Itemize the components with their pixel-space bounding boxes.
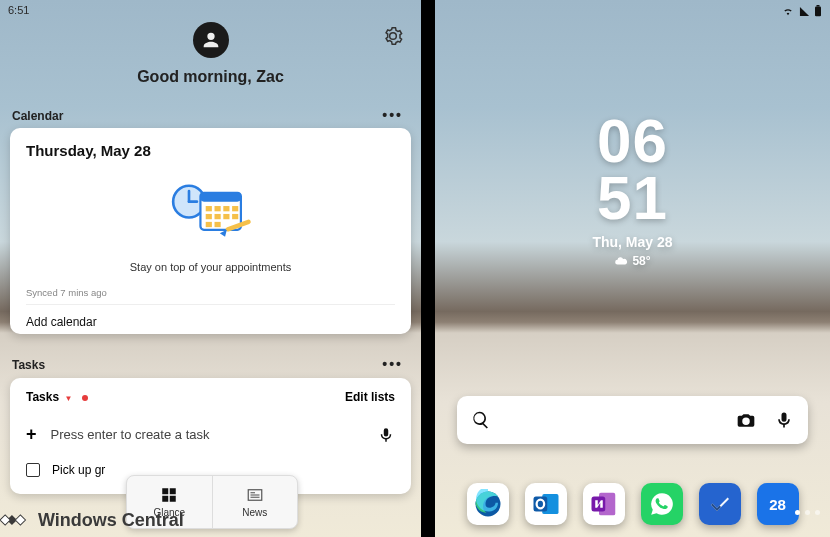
calendar-illustration — [167, 177, 255, 247]
wifi-icon — [781, 6, 795, 17]
page-dot-2 — [805, 510, 810, 515]
tasks-list-selector[interactable]: Tasks ▼ — [26, 390, 88, 404]
app-whatsapp[interactable] — [641, 483, 683, 525]
svg-rect-5 — [205, 206, 211, 211]
watermark-logo-icon — [0, 509, 34, 531]
tasks-section-title: Tasks — [12, 358, 45, 372]
chevron-down-icon: ▼ — [64, 394, 72, 403]
search-bar[interactable] — [457, 396, 808, 444]
status-bar-time: 6:51 — [8, 4, 29, 16]
tasks-list-name: Tasks — [26, 390, 59, 404]
weather-temp: 58° — [632, 254, 650, 268]
tasks-more-button[interactable]: ••• — [382, 356, 403, 372]
left-screen: 6:51 Good morning, Zac Calendar ••• Thur… — [0, 0, 421, 537]
add-calendar-button[interactable]: Add calendar — [26, 305, 395, 337]
watermark-text: Windows Central — [38, 510, 184, 531]
svg-rect-18 — [170, 488, 176, 494]
glance-icon — [160, 486, 178, 504]
page-dot-3 — [815, 510, 820, 515]
svg-rect-12 — [232, 214, 238, 219]
page-indicator[interactable] — [795, 510, 820, 515]
nav-news-label: News — [242, 507, 267, 518]
task-input[interactable]: Press enter to create a task — [51, 427, 363, 442]
calendar-message: Stay on top of your appointments — [26, 261, 395, 273]
watermark: Windows Central — [0, 509, 184, 531]
svg-rect-19 — [163, 496, 169, 502]
calendar-sync-status: Synced 7 mins ago — [26, 287, 395, 305]
feed-header: Good morning, Zac — [0, 22, 421, 86]
svg-rect-4 — [200, 193, 240, 202]
svg-rect-10 — [214, 214, 220, 219]
svg-rect-17 — [163, 488, 169, 494]
weather-widget[interactable]: 58° — [614, 254, 650, 268]
svg-rect-8 — [232, 206, 238, 211]
edit-lists-button[interactable]: Edit lists — [345, 390, 395, 404]
app-onenote[interactable] — [583, 483, 625, 525]
task-title: Pick up gr — [52, 463, 105, 477]
svg-rect-6 — [214, 206, 220, 211]
microphone-icon[interactable] — [377, 426, 395, 444]
device-hinge — [421, 0, 435, 537]
app-edge[interactable] — [467, 483, 509, 525]
app-todo[interactable] — [699, 483, 741, 525]
microphone-icon[interactable] — [774, 410, 794, 430]
calendar-section-title: Calendar — [12, 109, 63, 123]
svg-rect-32 — [591, 497, 605, 512]
svg-rect-13 — [205, 222, 211, 227]
svg-rect-26 — [817, 5, 820, 7]
todo-icon — [708, 492, 732, 516]
camera-icon[interactable] — [736, 410, 756, 430]
app-google-calendar[interactable]: 28 — [757, 483, 799, 525]
cloud-icon — [614, 254, 628, 268]
person-icon — [200, 29, 222, 51]
svg-marker-35 — [0, 515, 10, 525]
search-icon — [471, 410, 491, 430]
svg-rect-14 — [214, 222, 220, 227]
clock-minutes: 51 — [435, 169, 830, 226]
svg-rect-11 — [223, 214, 229, 219]
calendar-card[interactable]: Thursday, May 28 Stay on top of your app… — [10, 128, 411, 334]
page-dot-1 — [795, 510, 800, 515]
task-checkbox[interactable] — [26, 463, 40, 477]
battery-icon — [814, 5, 822, 17]
avatar[interactable] — [193, 22, 229, 58]
svg-rect-25 — [815, 7, 821, 17]
clock-date: Thu, May 28 — [435, 234, 830, 250]
whatsapp-icon — [649, 491, 675, 517]
svg-marker-34 — [15, 515, 25, 525]
outlook-icon — [531, 489, 561, 519]
app-outlook[interactable] — [525, 483, 567, 525]
nav-news[interactable]: News — [213, 476, 298, 528]
onenote-icon — [589, 489, 619, 519]
calendar-date: Thursday, May 28 — [26, 142, 395, 159]
add-task-button[interactable]: + — [26, 424, 37, 445]
greeting-text: Good morning, Zac — [0, 68, 421, 86]
clock-hours: 06 — [435, 112, 830, 169]
status-bar-right — [781, 5, 822, 17]
edge-icon — [473, 489, 503, 519]
clock-widget[interactable]: 06 51 Thu, May 28 58° — [435, 112, 830, 272]
right-screen: 06 51 Thu, May 28 58° — [435, 0, 830, 537]
tasks-unread-indicator — [82, 395, 88, 401]
svg-rect-20 — [170, 496, 176, 502]
calendar-day-number: 28 — [769, 496, 786, 513]
signal-icon — [798, 6, 811, 17]
calendar-more-button[interactable]: ••• — [382, 107, 403, 123]
svg-rect-7 — [223, 206, 229, 211]
news-icon — [246, 486, 264, 504]
calendar-clock-icon — [167, 177, 255, 247]
svg-rect-9 — [205, 214, 211, 219]
app-dock: 28 — [435, 483, 830, 525]
